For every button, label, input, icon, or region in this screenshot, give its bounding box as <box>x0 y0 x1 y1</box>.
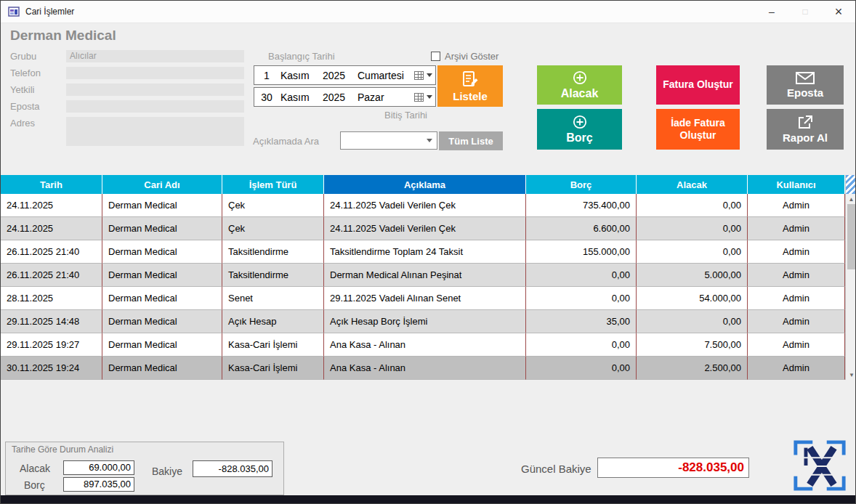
cell-islem-turu: Kasa-Cari İşlemi <box>222 333 324 357</box>
tum-liste-button[interactable]: Tüm Liste <box>439 131 503 150</box>
cell-kullanici: Admin <box>748 357 845 380</box>
cell-borc: 0,00 <box>526 357 637 380</box>
column-header-borc[interactable]: Borç <box>526 175 637 194</box>
titlebar: Cari İşlemler – □ × <box>1 1 855 23</box>
durum-analizi-groupbox: Tarihe Göre Durum Analizi Alacak 69.000,… <box>5 442 284 495</box>
checkbox-icon[interactable] <box>431 52 440 61</box>
app-icon <box>8 6 20 17</box>
table-body: 24.11.2025Derman MedicalÇek24.11.2025 Va… <box>1 194 845 380</box>
borc-button-label: Borç <box>566 131 592 145</box>
start-date-label: Başlangıç Tarihi <box>268 51 335 62</box>
tum-liste-button-label: Tüm Liste <box>448 136 493 147</box>
cell-aciklama: Derman Medical Alınan Peşinat <box>324 264 526 287</box>
listele-button-label: Listele <box>453 90 488 102</box>
alacak-button[interactable]: Alacak <box>537 65 622 105</box>
guncel-bakiye-value: -828.035,00 <box>597 458 749 478</box>
cell-aciklama: 24.11.2025 Vadeli Verilen Çek <box>324 194 526 217</box>
column-header-alacak[interactable]: Alacak <box>637 175 748 194</box>
archive-checkbox[interactable]: Arşivi Göster <box>431 51 498 62</box>
bottom-bar <box>1 495 855 503</box>
summary-bakiye-label: Bakiye <box>152 466 182 477</box>
cell-alacak: 2.500,00 <box>637 357 748 380</box>
scroll-down-icon[interactable]: ▼ <box>846 370 856 380</box>
search-combobox[interactable] <box>340 131 437 150</box>
grubu-field: Alıcılar <box>66 50 244 62</box>
scrollbar-thumb[interactable] <box>847 204 855 269</box>
alacak-button-label: Alacak <box>561 87 599 100</box>
column-header-aciklama[interactable]: Açıklama <box>324 175 526 194</box>
chevron-down-icon[interactable] <box>427 95 432 99</box>
end-date-label: Bitiş Tarihi <box>384 110 427 121</box>
listele-button[interactable]: Listele <box>437 65 503 107</box>
adres-field <box>66 117 244 146</box>
end-date-picker[interactable]: 30 Kasım 2025 Pazar <box>254 87 436 107</box>
cell-islem-turu: Çek <box>222 217 324 240</box>
search-label: Açıklamada Ara <box>253 136 319 147</box>
start-date-year: 2025 <box>323 70 358 81</box>
column-header-cari-adi[interactable]: Cari Adı <box>102 175 222 194</box>
cell-cari-adi: Derman Medical <box>102 194 222 217</box>
cell-islem-turu: Taksitlendirme <box>222 264 324 287</box>
envelope-icon <box>796 72 815 84</box>
cell-kullanici: Admin <box>748 264 845 287</box>
chevron-down-icon[interactable] <box>427 139 432 142</box>
eposta-button[interactable]: Eposta <box>767 65 844 105</box>
fatura-olustur-label: Fatura Oluştur <box>663 78 732 92</box>
column-header-islem-turu[interactable]: İşlem Türü <box>222 175 324 194</box>
table-row[interactable]: 29.11.2025 19:27Derman MedicalKasa-Cari … <box>1 333 845 357</box>
column-header-tarih[interactable]: Tarih <box>1 175 102 194</box>
list-edit-icon <box>461 70 479 88</box>
cell-tarih: 26.11.2025 21:40 <box>1 240 102 264</box>
maximize-button[interactable]: □ <box>788 1 822 23</box>
cari-islemler-window: Cari İşlemler – □ × Derman Medical Grubu… <box>0 0 856 504</box>
export-report-icon <box>797 115 813 129</box>
groupbox-title: Tarihe Göre Durum Analizi <box>12 444 113 455</box>
grubu-label: Grubu <box>10 51 62 62</box>
eposta-field <box>66 100 244 113</box>
table-row[interactable]: 26.11.2025 21:40Derman MedicalTaksitlend… <box>1 240 845 264</box>
start-date-month: Kasım <box>276 70 323 81</box>
cell-islem-turu: Senet <box>222 287 324 310</box>
borc-button[interactable]: Borç <box>537 109 622 150</box>
customer-name: Derman Medical <box>10 28 116 44</box>
table-row[interactable]: 24.11.2025Derman MedicalÇek24.11.2025 Va… <box>1 217 845 240</box>
calendar-grid-icon <box>414 93 424 102</box>
cell-borc: 6.600,00 <box>526 217 637 240</box>
iade-fatura-olustur-label: İade Fatura Oluştur <box>661 117 735 142</box>
iade-fatura-olustur-button[interactable]: İade Fatura Oluştur <box>656 109 740 150</box>
table-row[interactable]: 30.11.2025 19:24Derman MedicalKasa-Cari … <box>1 357 845 380</box>
fatura-olustur-button[interactable]: Fatura Oluştur <box>656 65 740 105</box>
yetkili-label: Yetkili <box>10 84 62 95</box>
cell-cari-adi: Derman Medical <box>102 264 222 287</box>
cell-tarih: 24.11.2025 <box>1 217 102 240</box>
start-date-day: 1 <box>257 70 276 81</box>
minimize-button[interactable]: – <box>755 1 788 23</box>
table-row[interactable]: 24.11.2025Derman MedicalÇek24.11.2025 Va… <box>1 194 845 217</box>
calendar-grid-icon <box>414 71 424 80</box>
close-button[interactable]: × <box>822 1 855 23</box>
table-row[interactable]: 26.11.2025 21:40Derman MedicalTaksitlend… <box>1 264 845 287</box>
cell-alacak: 0,00 <box>637 240 748 264</box>
cell-aciklama: Açık Hesap Borç İşlemi <box>324 310 526 333</box>
table-scrollbar[interactable]: ▲ ▼ <box>845 175 856 380</box>
rapor-al-button[interactable]: Rapor Al <box>767 109 844 150</box>
start-date-picker[interactable]: 1 Kasım 2025 Cumartesi <box>254 65 436 85</box>
start-date-weekday: Cumartesi <box>358 70 414 81</box>
end-date-day: 30 <box>257 92 276 103</box>
cell-alacak: 0,00 <box>637 310 748 333</box>
summary-alacak-value: 69.000,00 <box>63 460 134 475</box>
yetkili-field <box>66 84 244 96</box>
cell-tarih: 29.11.2025 14:48 <box>1 310 102 333</box>
summary-borc-value: 897.035,00 <box>63 477 134 492</box>
table-row[interactable]: 28.11.2025Derman MedicalSenet29.11.2025 … <box>1 287 845 310</box>
scroll-up-icon[interactable]: ▲ <box>846 194 856 204</box>
brand-logo <box>791 436 848 495</box>
column-header-kullanici[interactable]: Kullanıcı <box>748 175 845 194</box>
cell-borc: 0,00 <box>526 287 637 310</box>
plus-circle-icon <box>573 70 587 85</box>
chevron-down-icon[interactable] <box>427 73 432 77</box>
cell-borc: 155.000,00 <box>526 240 637 264</box>
cell-kullanici: Admin <box>748 310 845 333</box>
table-row[interactable]: 29.11.2025 14:48Derman MedicalAçık Hesap… <box>1 310 845 333</box>
summary-borc-label: Borç <box>24 479 45 491</box>
